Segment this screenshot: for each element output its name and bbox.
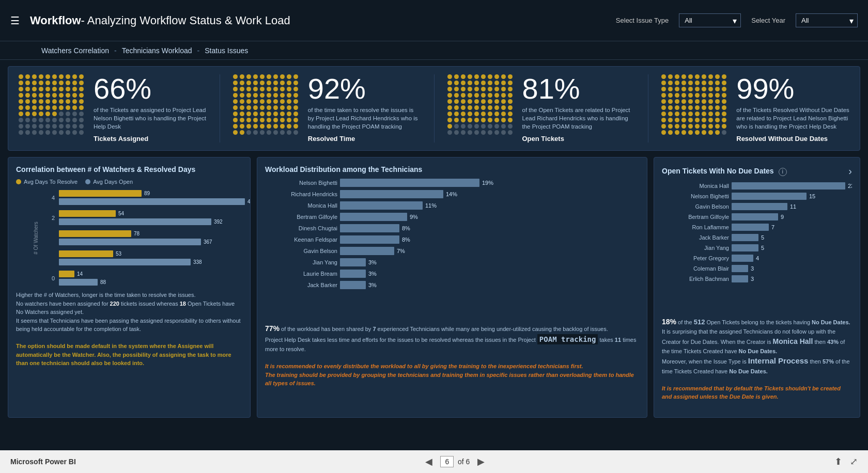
kpi-dot	[661, 74, 666, 79]
watchers-commentary: Higher the # of Watchers, longer is the …	[16, 291, 242, 368]
kpi-dot	[681, 130, 686, 135]
kpi-dot	[454, 81, 459, 85]
kpi-dot	[722, 93, 726, 98]
subnav-item-status[interactable]: Status Issues	[205, 46, 248, 55]
kpi-dot	[233, 105, 238, 110]
kpi-dot	[267, 99, 271, 104]
gray-bar-value: 392	[214, 219, 223, 225]
kpi-dot	[688, 112, 693, 116]
subnav: Watchers Correlation - Technicians Workl…	[0, 41, 868, 60]
ot-bar-wrap: 3	[732, 265, 852, 272]
kpi-dot	[501, 124, 506, 129]
kpi-dot	[52, 124, 57, 129]
wld-line1: of the workload has been shared by 7 exp…	[280, 326, 608, 332]
kpi-dot	[688, 130, 693, 135]
ot-bar	[732, 265, 748, 272]
kpi-dot	[267, 105, 271, 110]
kpi-dot	[681, 74, 686, 79]
kpi-dot	[59, 124, 64, 129]
kpi-dot	[474, 87, 479, 91]
kpi-dot	[39, 74, 43, 79]
filter1-wrapper[interactable]: All	[679, 13, 741, 27]
kpi-dot	[488, 74, 492, 79]
kpi-dot	[260, 93, 265, 98]
kpi-dot	[702, 130, 706, 135]
kpi-dot	[32, 81, 37, 85]
ot-val: 5	[761, 245, 764, 251]
issue-type-select[interactable]: All	[679, 13, 741, 27]
kpi-dot	[468, 130, 472, 135]
kpi-dot	[66, 118, 70, 122]
kpi-dot	[39, 81, 43, 85]
kpi-percent: 81%	[522, 74, 636, 103]
kpi-text: of the time taken to resolve the issues …	[308, 106, 421, 131]
ot-bar-wrap: 5	[732, 244, 852, 251]
next-panel-button[interactable]: ›	[848, 165, 852, 177]
kpi-dot	[66, 81, 70, 85]
subnav-item-technicians[interactable]: Technicians Workload	[122, 46, 192, 55]
kpi-dot	[722, 105, 726, 110]
tech-bars: Nelson Bighetti19%Richard Hendricks14%Mo…	[265, 179, 639, 318]
watchers-chart-area: # Of Watchers489480254392783675333801488	[44, 190, 242, 286]
kpi-dot	[508, 87, 513, 91]
kpi-dot	[293, 81, 298, 85]
tech-row: Richard Hendricks14%	[265, 190, 637, 198]
kpi-dot	[661, 87, 666, 91]
filter2-wrapper[interactable]: All	[796, 13, 858, 27]
menu-icon[interactable]: ☰	[10, 14, 20, 27]
kpi-dot	[32, 99, 37, 104]
kpi-dot	[19, 112, 23, 116]
kpi-content: 81%of the Open Tickets are related to Pr…	[522, 74, 636, 143]
kpi-dot	[447, 124, 452, 129]
open-ticket-row: Jian Yang5	[662, 244, 852, 251]
header-controls: Select Issue Type All Select Year All	[616, 13, 858, 27]
kpi-dot	[72, 105, 77, 110]
kpi-dot	[273, 87, 278, 91]
kpi-dot	[668, 87, 673, 91]
tech-pct: 9%	[410, 214, 418, 220]
kpi-dot	[52, 130, 57, 135]
subnav-item-watchers[interactable]: Watchers Correlation	[41, 46, 109, 55]
kpi-dot	[267, 118, 271, 122]
prev-page-button[interactable]: ◀	[423, 456, 435, 467]
kpi-dot	[688, 93, 693, 98]
tech-bar	[340, 235, 399, 244]
watcher-bar-group: 89480	[59, 190, 251, 205]
kpi-dot	[695, 118, 700, 122]
tech-bar	[340, 258, 366, 266]
kpi-dot	[695, 87, 700, 91]
kpi-dot	[447, 130, 452, 135]
tech-pct: 8%	[402, 236, 410, 243]
tech-row: Keenan Feldspar8%	[265, 235, 637, 244]
kpi-dot	[447, 93, 452, 98]
kpi-dot	[695, 112, 700, 116]
kpi-dot	[260, 112, 265, 116]
kpi-dot	[19, 81, 23, 85]
expand-icon[interactable]: ⤢	[850, 456, 858, 467]
kpi-dot	[79, 81, 84, 85]
kpi-content: 66%of the Tickets are assigned to Projec…	[94, 74, 207, 143]
kpi-dot	[494, 118, 499, 122]
ot-val: 9	[781, 214, 784, 220]
kpi-label: Resolved Time	[308, 135, 421, 143]
year-select[interactable]: All	[796, 13, 858, 27]
info-icon[interactable]: i	[779, 168, 787, 176]
kpi-dot	[45, 93, 50, 98]
footer: Microsoft Power BI ◀ 6 of 6 ▶ ⬆ ⤢	[0, 450, 868, 473]
kpi-dot	[45, 124, 50, 129]
kpi-dot	[695, 74, 700, 79]
watcher-group: 489480	[44, 190, 242, 205]
tech-name: Gavin Belson	[265, 248, 337, 254]
kpi-dot	[267, 74, 271, 79]
kpi-dot	[72, 99, 77, 104]
watcher-bar-group: 78367	[59, 230, 212, 245]
kpi-dot	[45, 99, 50, 104]
kpi-dot	[260, 105, 265, 110]
kpi-dot	[293, 118, 298, 122]
kpi-percent: 99%	[736, 74, 849, 103]
share-icon[interactable]: ⬆	[834, 456, 842, 467]
next-page-button[interactable]: ▶	[475, 456, 487, 467]
ot-bar	[732, 234, 758, 241]
tech-bar	[340, 281, 366, 289]
kpi-dot	[494, 93, 499, 98]
